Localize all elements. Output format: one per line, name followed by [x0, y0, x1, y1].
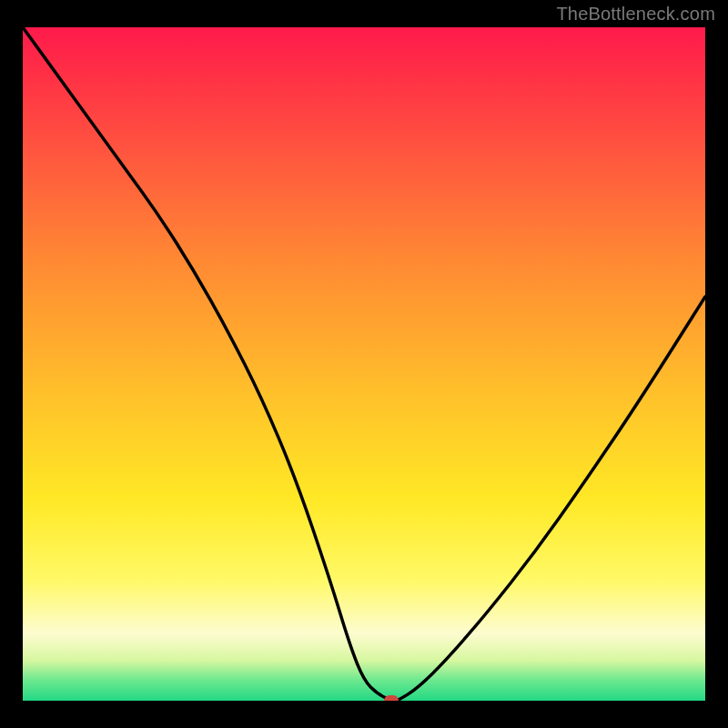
optimal-point-marker [384, 695, 399, 701]
svg-rect-2 [0, 0, 23, 728]
watermark-text: TheBottleneck.com [556, 4, 715, 25]
bottleneck-curve [23, 27, 705, 701]
svg-rect-1 [0, 701, 728, 728]
svg-rect-3 [705, 0, 728, 728]
plot-area [23, 27, 705, 701]
